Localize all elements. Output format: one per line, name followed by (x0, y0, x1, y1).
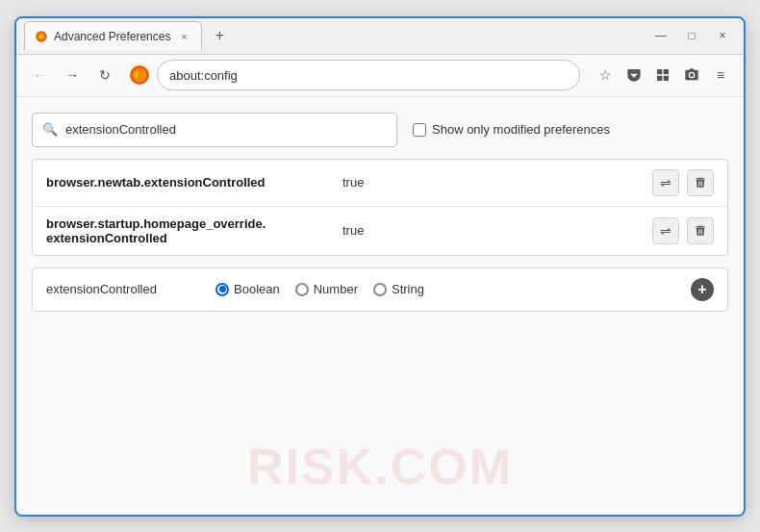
new-pref-name: extensionControlled (46, 282, 200, 296)
table-row: browser.newtab.extensionControlled true … (33, 160, 727, 207)
extension-icon[interactable] (649, 62, 676, 89)
browser-tab[interactable]: Advanced Preferences × (24, 21, 202, 50)
close-button[interactable]: × (709, 25, 736, 46)
minimize-button[interactable]: — (647, 25, 674, 46)
number-radio-circle (295, 283, 309, 296)
pref-value-2: true (342, 223, 645, 238)
modified-only-checkbox[interactable] (413, 123, 426, 137)
forward-button[interactable]: → (59, 62, 86, 89)
tab-close-button[interactable]: × (176, 29, 191, 44)
results-table: browser.newtab.extensionControlled true … (32, 159, 728, 256)
type-radio-group: Boolean Number String (215, 282, 424, 296)
nav-bar: ← → ↻ about:config ☆ (16, 55, 744, 97)
string-radio-option[interactable]: String (373, 282, 424, 296)
svg-rect-9 (664, 76, 669, 81)
pref-name-2: browser.startup.homepage_override. exten… (46, 216, 335, 245)
pref-name-2-line1: browser.startup.homepage_override. (46, 216, 335, 231)
watermark: RISK.COM (247, 438, 513, 495)
number-label: Number (314, 282, 358, 296)
bookmark-icon[interactable]: ☆ (592, 62, 619, 89)
table-row: browser.startup.homepage_override. exten… (33, 207, 727, 255)
string-label: String (392, 282, 424, 296)
maximize-button[interactable]: □ (678, 25, 705, 46)
title-bar: Advanced Preferences × + — □ × (16, 18, 744, 55)
toggle-button-2[interactable]: ⇌ (652, 217, 679, 244)
nav-icons: ☆ ≡ (592, 62, 734, 89)
toggle-button-1[interactable]: ⇌ (652, 169, 679, 196)
delete-button-1[interactable] (687, 169, 714, 196)
modified-only-checkbox-label[interactable]: Show only modified preferences (413, 122, 610, 137)
delete-button-2[interactable] (687, 217, 714, 244)
browser-window: Advanced Preferences × + — □ × ← → ↻ abo… (14, 16, 746, 517)
window-controls: — □ × (647, 25, 736, 46)
address-bar[interactable]: about:config (157, 60, 580, 90)
modified-only-label: Show only modified preferences (432, 122, 610, 137)
search-icon: 🔍 (42, 122, 58, 137)
svg-rect-7 (664, 69, 669, 74)
pocket-icon[interactable] (621, 62, 647, 89)
boolean-label: Boolean (234, 282, 280, 296)
boolean-radio-option[interactable]: Boolean (215, 282, 280, 296)
menu-icon[interactable]: ≡ (707, 62, 734, 89)
row-actions-2: ⇌ (652, 217, 714, 244)
add-preference-row: extensionControlled Boolean Number Strin… (32, 267, 728, 312)
firefox-logo-icon (128, 63, 151, 87)
string-radio-circle (373, 283, 387, 296)
search-input[interactable] (65, 122, 387, 137)
pref-name-2-line2: extensionControlled (46, 231, 335, 245)
search-box: 🔍 (32, 113, 397, 147)
add-preference-button[interactable]: + (691, 278, 714, 301)
svg-rect-8 (657, 76, 662, 81)
pref-name-1: browser.newtab.extensionControlled (46, 175, 335, 190)
back-button[interactable]: ← (26, 62, 53, 89)
screenshot-icon[interactable] (678, 62, 705, 89)
number-radio-option[interactable]: Number (295, 282, 358, 296)
boolean-radio-circle (215, 283, 229, 296)
pref-value-1: true (342, 175, 645, 190)
row-actions-1: ⇌ (652, 169, 714, 196)
new-tab-button[interactable]: + (206, 22, 233, 49)
search-row: 🔍 Show only modified preferences (32, 113, 728, 147)
svg-point-2 (39, 35, 43, 38)
reload-button[interactable]: ↻ (91, 62, 118, 89)
tab-title: Advanced Preferences (54, 30, 170, 43)
svg-rect-6 (657, 69, 662, 74)
address-text: about:config (169, 68, 238, 83)
content-area: RISK.COM 🔍 Show only modified preference… (16, 97, 744, 515)
tab-favicon (35, 30, 48, 43)
